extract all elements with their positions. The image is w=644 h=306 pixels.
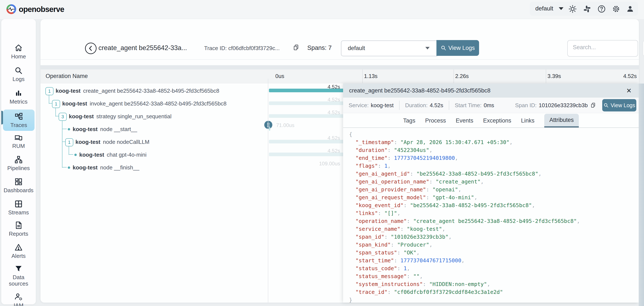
close-icon[interactable]: ✕	[626, 87, 632, 94]
json-punctuation: :	[429, 178, 436, 185]
attribute-value: "OK"	[404, 250, 416, 256]
tab-exceptions[interactable]: Exceptions	[483, 118, 511, 128]
tree-connector	[62, 129, 67, 129]
attribute-key: "koog_event_id"	[356, 202, 404, 208]
attribute-line: "links": "[]",	[349, 209, 638, 217]
attribute-key: "status_code"	[356, 265, 397, 272]
span-operation-name: node __start__	[100, 126, 137, 132]
attribute-value: 1777370447671715000	[400, 258, 461, 264]
panel-header: create_agent be255642-33a8-4852-b495-2fd…	[343, 84, 639, 98]
json-punctuation: ,	[577, 218, 580, 224]
span-collapse-badge[interactable]: 1	[65, 138, 73, 146]
tab-attributes[interactable]: Attributes	[544, 114, 579, 128]
span-leaf-dot-icon	[68, 128, 70, 130]
span-operation-name: node nodeCallLLM	[103, 139, 150, 145]
tree-connector	[68, 154, 73, 155]
attribute-line: "gen_ai_operation_name": "create_agent",	[349, 178, 638, 186]
json-close-brace: }	[349, 296, 638, 304]
divider	[399, 100, 400, 110]
json-punctuation: ,	[420, 273, 423, 279]
tab-links[interactable]: Links	[521, 118, 534, 128]
panel-span-title: create_agent be255642-33a8-4852-b495-2fd…	[349, 87, 626, 94]
attribute-key: "service_name"	[356, 226, 400, 232]
attribute-key: "start_time"	[356, 258, 394, 264]
json-punctuation: :	[388, 147, 394, 153]
json-punctuation: ,	[474, 194, 477, 200]
service-value: koog-test	[371, 102, 394, 109]
span-service-name: koog-test	[79, 152, 104, 158]
json-punctuation: ,	[429, 147, 432, 153]
json-punctuation: ,	[416, 250, 420, 256]
tree-connector	[62, 120, 62, 168]
attribute-key: "span_id"	[356, 234, 384, 240]
attribute-value: 1	[384, 163, 388, 169]
attribute-line: "status_code": 1,	[349, 264, 638, 272]
span-row[interactable]: koog-teststrategy single_run_sequential	[69, 113, 172, 120]
span-row[interactable]: koog-testinvoke_agent be255642-33a8-4852…	[62, 100, 226, 107]
tab-process[interactable]: Process	[425, 118, 446, 128]
span-row[interactable]: koog-testnode nodeCallLLM	[76, 138, 150, 146]
attribute-key: "links"	[356, 210, 378, 216]
span-service-name: koog-test	[76, 139, 100, 145]
panel-scrollbar[interactable]	[639, 84, 644, 306]
span-row[interactable]: koog-testnode __start__	[73, 126, 137, 133]
span-service-name: koog-test	[73, 126, 98, 132]
span-collapse-badge[interactable]: 3	[58, 113, 67, 121]
attribute-value: "HIDDEN:non-empty"	[429, 281, 487, 287]
attributes-json-viewer[interactable]: { "_timestamp": "Apr 28, 2026 15:30:47.6…	[343, 128, 638, 305]
copy-icon[interactable]	[590, 102, 596, 108]
start-time-label: Start Time:	[455, 102, 482, 109]
tree-connector	[56, 116, 59, 116]
attribute-line: "status_message": "",	[349, 272, 638, 280]
attribute-line: "operation_name": "create_agent be255642…	[349, 217, 638, 225]
attribute-key: "flags"	[356, 163, 378, 169]
span-collapse-badge[interactable]: 1	[52, 100, 60, 108]
json-punctuation: :	[394, 139, 400, 145]
attribute-value: "koog-test"	[407, 226, 442, 232]
divider	[449, 100, 449, 110]
json-open-brace: {	[349, 130, 638, 138]
span-row[interactable]: koog-testchat gpt-4o-mini	[79, 151, 146, 158]
json-punctuation: :	[426, 194, 432, 200]
attribute-line: "gen_ai_agent_id": "be255642-33a8-4852-b…	[349, 170, 638, 178]
span-duration-label: 71.00us	[276, 123, 323, 128]
json-punctuation: ,	[487, 281, 490, 287]
tab-tags[interactable]: Tags	[403, 118, 415, 128]
attribute-value: "cf06dfcbf0f3f3729cddf84e3c3a1e2d"	[394, 289, 503, 295]
span-service-name: koog-test	[56, 88, 80, 94]
tab-events[interactable]: Events	[456, 118, 473, 128]
attribute-value: "create_agent"	[436, 178, 480, 185]
json-punctuation: :	[426, 186, 432, 193]
service-label: Service:	[349, 102, 369, 109]
span-duration-bar[interactable]	[269, 127, 270, 131]
start-time-value: 0ms	[484, 102, 494, 109]
attribute-value: 1777370452194019800	[394, 155, 455, 161]
panel-view-logs-button[interactable]: View Logs	[602, 99, 636, 112]
span-operation-name: chat gpt-4o-mini	[107, 152, 146, 158]
json-punctuation: :	[378, 210, 384, 216]
attribute-line: "span_id": "101026e33239cb3b",	[349, 233, 638, 241]
span-collapse-badge[interactable]: 1	[46, 87, 54, 95]
attribute-key: "gen_ai_operation_name"	[356, 178, 429, 185]
span-row[interactable]: koog-testcreate_agent be255642-33a8-4852…	[56, 87, 219, 94]
json-punctuation: :	[378, 163, 384, 169]
json-punctuation: ,	[509, 139, 512, 145]
json-punctuation: :	[391, 242, 397, 248]
span-detail-panel: create_agent be255642-33a8-4852-b495-2fd…	[343, 84, 639, 302]
attribute-line: "_timestamp": "Apr 28, 2026 15:30:47.671…	[349, 138, 638, 146]
span-operation-name: invoke_agent be255642-33a8-4852-b495-2fd…	[90, 100, 226, 107]
json-punctuation: ,	[455, 155, 458, 161]
span-row[interactable]: koog-testnode __finish__	[73, 164, 139, 171]
attribute-value: "be255642-33a8-4852-b495-2fd3cf565bc8"	[410, 202, 532, 208]
tree-connector	[49, 103, 52, 104]
json-punctuation: ,	[448, 234, 452, 240]
span-leaf-dot-icon	[68, 166, 70, 169]
attribute-key: "gen_ai_provider_name"	[356, 186, 426, 193]
attribute-key: "duration"	[356, 147, 388, 153]
attribute-key: "status_message"	[356, 273, 407, 279]
span-operation-name: strategy single_run_sequential	[96, 113, 172, 120]
openobserve-app: openobserve default Home Logs Metrics T	[0, 0, 644, 306]
json-punctuation: :	[407, 218, 413, 224]
json-punctuation: :	[388, 289, 394, 295]
attribute-value: "openai"	[432, 186, 458, 193]
